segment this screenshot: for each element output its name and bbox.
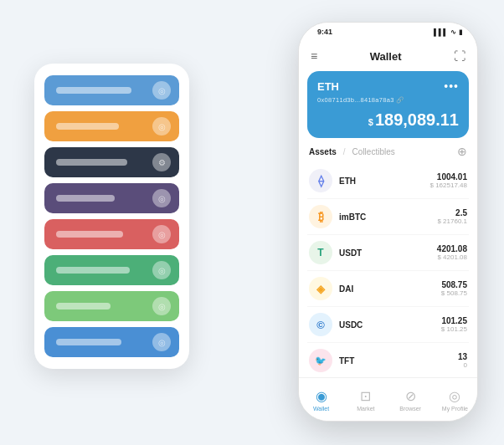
tft-usd: 0 xyxy=(458,361,467,369)
card-item[interactable]: ◎ xyxy=(44,111,179,141)
profile-nav-label: My Profile xyxy=(442,406,468,412)
dai-usd: $ 508.75 xyxy=(441,289,467,297)
tft-token-icon: 🐦 xyxy=(309,349,332,372)
bottom-nav: ◉ Wallet ⊡ Market ⊘ Browser ◎ My Profile xyxy=(299,377,477,421)
wallet-nav-icon: ◉ xyxy=(316,388,327,404)
card-line xyxy=(56,267,130,274)
card-item[interactable]: ◎ xyxy=(44,255,179,285)
browser-nav-label: Browser xyxy=(399,406,421,412)
card-item[interactable]: ◎ xyxy=(44,219,179,249)
phone: 9:41 ▌▌▌ ∿ ▮ ≡ Wallet ⛶ ETH ••• 0x08711d… xyxy=(298,22,478,422)
phone-header: ≡ Wallet ⛶ xyxy=(299,41,477,71)
card-dot: ◎ xyxy=(152,117,171,136)
eth-token-icon: ⟠ xyxy=(309,169,332,192)
eth-card-address: 0x08711d3b...8418a78a3 🔗 xyxy=(317,96,459,104)
dai-amounts: 508.75 $ 508.75 xyxy=(441,280,467,297)
eth-card-dots[interactable]: ••• xyxy=(444,79,459,93)
card-item[interactable]: ◎ xyxy=(44,327,179,357)
token-item-usdc[interactable]: © USDC 101.25 $ 101.25 xyxy=(307,307,469,343)
nav-profile[interactable]: ◎ My Profile xyxy=(433,388,477,412)
eth-card[interactable]: ETH ••• 0x08711d3b...8418a78a3 🔗 $189,08… xyxy=(307,71,469,138)
card-line xyxy=(56,87,131,94)
eth-usd: $ 162517.48 xyxy=(430,182,468,189)
profile-nav-icon: ◎ xyxy=(449,388,460,404)
card-dot: ◎ xyxy=(152,297,171,315)
signal-icon: ▌▌▌ xyxy=(434,28,448,36)
usdc-token-icon: © xyxy=(309,313,332,336)
imbtc-token-icon: ₿ xyxy=(309,205,332,228)
card-dot: ◎ xyxy=(152,225,171,243)
eth-card-top: ETH ••• xyxy=(317,79,459,93)
status-time: 9:41 xyxy=(317,28,332,36)
card-dot: ◎ xyxy=(152,333,171,351)
card-line xyxy=(56,123,119,130)
eth-balance-amount: 189,089.11 xyxy=(375,110,459,129)
nav-market[interactable]: ⊡ Market xyxy=(343,388,388,412)
browser-nav-icon: ⊘ xyxy=(405,388,416,404)
card-item[interactable]: ◎ xyxy=(44,75,179,105)
token-list: ⟠ ETH 1004.01 $ 162517.48 ₿ imBTC 2.5 $ … xyxy=(299,163,477,377)
scene: ◎ ◎ ⚙ ◎ ◎ ◎ ◎ ◎ xyxy=(18,13,486,432)
token-item-dai[interactable]: ◈ DAI 508.75 $ 508.75 xyxy=(307,271,469,307)
imbtc-usd: $ 21760.1 xyxy=(437,217,467,225)
eth-token-name: ETH xyxy=(339,176,430,186)
market-nav-label: Market xyxy=(357,406,374,412)
assets-tabs: Assets / Collectibles xyxy=(309,147,395,156)
usdt-token-name: USDT xyxy=(339,248,437,258)
status-icons: ▌▌▌ ∿ ▮ xyxy=(434,28,462,36)
tab-separator: / xyxy=(343,147,346,156)
usdc-amount: 101.25 xyxy=(441,316,467,325)
usdc-token-name: USDC xyxy=(339,320,441,330)
usdc-amounts: 101.25 $ 101.25 xyxy=(441,316,467,333)
expand-icon[interactable]: ⛶ xyxy=(454,49,465,63)
eth-card-balance: $189,089.11 xyxy=(317,110,459,130)
card-item[interactable]: ⚙ xyxy=(44,147,179,177)
battery-icon: ▮ xyxy=(459,28,462,36)
usdc-usd: $ 101.25 xyxy=(441,325,467,333)
card-line xyxy=(56,303,111,309)
assets-header: Assets / Collectibles ⊕ xyxy=(299,145,477,163)
usdt-usd: $ 4201.08 xyxy=(437,253,467,261)
tft-token-name: TFT xyxy=(339,356,458,366)
card-dot: ⚙ xyxy=(152,153,171,171)
token-item-imbtc[interactable]: ₿ imBTC 2.5 $ 21760.1 xyxy=(307,199,469,235)
card-stack: ◎ ◎ ⚙ ◎ ◎ ◎ ◎ ◎ xyxy=(34,64,189,369)
token-item-eth[interactable]: ⟠ ETH 1004.01 $ 162517.48 xyxy=(307,163,469,199)
nav-browser[interactable]: ⊘ Browser xyxy=(388,388,433,412)
card-item[interactable]: ◎ xyxy=(44,183,179,213)
wallet-nav-label: Wallet xyxy=(313,406,329,412)
card-dot: ◎ xyxy=(152,81,171,100)
token-item-tft[interactable]: 🐦 TFT 13 0 xyxy=(307,343,469,377)
eth-card-title: ETH xyxy=(317,80,339,93)
imbtc-amount: 2.5 xyxy=(437,208,467,217)
menu-icon[interactable]: ≡ xyxy=(311,49,317,63)
card-item[interactable]: ◎ xyxy=(44,291,179,321)
card-line xyxy=(56,195,115,202)
market-nav-icon: ⊡ xyxy=(360,388,371,404)
assets-tab-inactive[interactable]: Collectibles xyxy=(352,147,395,156)
nav-wallet[interactable]: ◉ Wallet xyxy=(299,388,343,412)
status-bar: 9:41 ▌▌▌ ∿ ▮ xyxy=(299,23,477,41)
add-asset-button[interactable]: ⊕ xyxy=(457,145,467,158)
eth-amounts: 1004.01 $ 162517.48 xyxy=(430,172,468,189)
imbtc-amounts: 2.5 $ 21760.1 xyxy=(437,208,467,225)
usdt-token-icon: T xyxy=(309,241,332,264)
assets-tab-active[interactable]: Assets xyxy=(309,147,337,156)
wifi-icon: ∿ xyxy=(450,28,456,36)
dai-token-icon: ◈ xyxy=(309,277,332,300)
token-item-usdt[interactable]: T USDT 4201.08 $ 4201.08 xyxy=(307,235,469,271)
card-dot: ◎ xyxy=(152,189,171,207)
dai-token-name: DAI xyxy=(339,284,441,294)
eth-amount: 1004.01 xyxy=(430,172,468,182)
tft-amount: 13 xyxy=(458,352,467,361)
card-line xyxy=(56,231,123,238)
wallet-title: Wallet xyxy=(370,50,402,63)
card-line xyxy=(56,339,121,345)
usdt-amounts: 4201.08 $ 4201.08 xyxy=(437,244,467,261)
imbtc-token-name: imBTC xyxy=(339,212,437,222)
tft-amounts: 13 0 xyxy=(458,352,467,369)
eth-balance-symbol: $ xyxy=(368,117,373,127)
card-dot: ◎ xyxy=(152,261,171,279)
dai-amount: 508.75 xyxy=(441,280,467,289)
usdt-amount: 4201.08 xyxy=(437,244,467,253)
